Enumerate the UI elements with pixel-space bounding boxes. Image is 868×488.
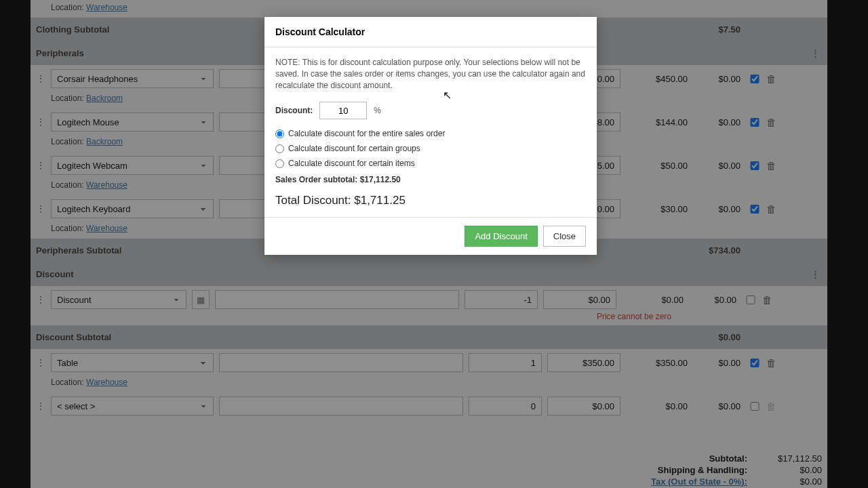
radio-certain-items[interactable]: [275, 159, 284, 168]
total-discount: Total Discount: $1,711.25: [275, 194, 586, 207]
modal-title: Discount Calculator: [264, 17, 597, 47]
close-button[interactable]: Close: [543, 226, 586, 247]
percent-symbol: %: [374, 106, 381, 115]
so-subtotal: Sales Order subtotal: $17,112.50: [275, 175, 586, 184]
radio-certain-groups[interactable]: [275, 144, 284, 153]
discount-input[interactable]: [319, 102, 367, 119]
radio-label: Calculate discount for certain groups: [288, 144, 420, 153]
modal-note: NOTE: This is for discount calculation p…: [275, 57, 586, 91]
discount-label: Discount:: [275, 106, 313, 115]
add-discount-button[interactable]: Add Discount: [465, 226, 537, 247]
radio-label: Calculate discount for certain items: [288, 159, 415, 168]
radio-label: Calculate discount for the entire sales …: [288, 129, 445, 138]
discount-calculator-modal: Discount Calculator NOTE: This is for di…: [264, 17, 597, 255]
radio-entire-order[interactable]: [275, 129, 284, 138]
